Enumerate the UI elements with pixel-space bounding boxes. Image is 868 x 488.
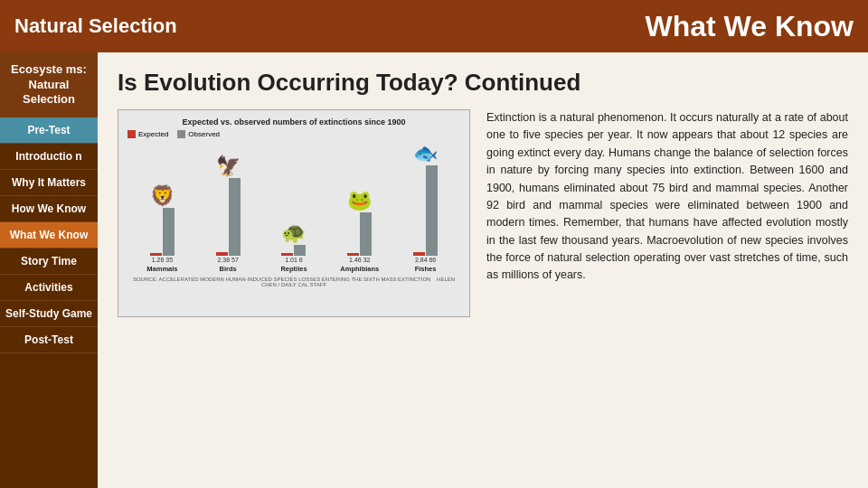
extinction-chart: Expected vs. observed numbers of extinct… — [118, 109, 470, 317]
bar-values: 2.84 66 — [415, 257, 436, 263]
animal-icon-amphibians: 🐸 — [347, 191, 372, 211]
sidebar-header-text: Ecosyste ms:NaturalSelection — [11, 62, 87, 108]
bars-row — [347, 212, 372, 256]
observed-bar — [294, 245, 306, 256]
sidebar-item-post-test[interactable]: Post-Test — [0, 327, 98, 353]
observed-bar — [229, 178, 241, 256]
bar-group-amphibians: 🐸1.46 32Amphibians — [328, 191, 391, 273]
sidebar-header: Ecosyste ms:NaturalSelection — [0, 52, 98, 117]
sidebar-item-what-we-know[interactable]: What We Know — [0, 222, 98, 249]
chart-legend: Expected Observed — [127, 130, 460, 138]
sidebar-item-pre-test[interactable]: Pre-Test — [0, 117, 98, 144]
animal-icon-mammals: 🦁 — [150, 186, 175, 206]
bars-row — [150, 208, 175, 256]
header-title: Natural Selection — [14, 14, 177, 38]
sidebar-item-activities[interactable]: Activities — [0, 275, 98, 301]
chart-source: SOURCE: ACCELERATED MODERN HUMAN-INDUCED… — [127, 277, 460, 287]
expected-bar — [413, 252, 425, 256]
bar-label: Fishes — [415, 265, 437, 273]
body-text: Extinction is a natural phenomenon. It o… — [486, 109, 848, 285]
content-body: Expected vs. observed numbers of extinct… — [118, 109, 848, 317]
expected-bar — [281, 253, 293, 256]
expected-bar — [150, 253, 162, 256]
bar-label: Mammals — [146, 265, 177, 273]
bar-group-birds: 🦅2.38 57Birds — [197, 156, 259, 273]
legend-expected: Expected — [127, 130, 168, 138]
sidebar-item-why-it-matters[interactable]: Why It Matters — [0, 170, 98, 196]
header: Natural Selection What We Know — [0, 0, 868, 52]
main-layout: Ecosyste ms:NaturalSelection Pre-TestInt… — [0, 52, 868, 488]
legend-observed-label: Observed — [188, 130, 220, 138]
legend-expected-label: Expected — [138, 130, 168, 138]
bars-row — [413, 165, 438, 256]
bar-values: 1.26 35 — [152, 257, 173, 263]
animal-icon-reptiles: 🐢 — [281, 223, 306, 243]
bars-area: 🦁1.26 35Mammals🦅2.38 57Birds🐢1.01 8Repti… — [127, 142, 460, 273]
sidebar-item-introduction[interactable]: Introductio n — [0, 144, 98, 170]
animal-icon-birds: 🦅 — [216, 156, 241, 176]
sidebar: Ecosyste ms:NaturalSelection Pre-TestInt… — [0, 52, 98, 488]
legend-expected-box — [127, 130, 136, 138]
bar-label: Birds — [220, 265, 237, 273]
expected-bar — [347, 253, 359, 256]
observed-bar — [426, 165, 438, 256]
legend-observed: Observed — [177, 130, 220, 138]
header-subtitle: What We Know — [646, 10, 854, 43]
sidebar-item-how-we-know[interactable]: How We Know — [0, 196, 98, 222]
bar-group-reptiles: 🐢1.01 8Reptiles — [263, 223, 326, 273]
bar-group-fishes: 🐟2.84 66Fishes — [394, 144, 457, 273]
bar-values: 1.01 8 — [285, 257, 302, 263]
bar-label: Amphibians — [340, 265, 379, 273]
bars-container: 🦁1.26 35Mammals🦅2.38 57Birds🐢1.01 8Repti… — [127, 142, 460, 273]
bar-values: 2.38 57 — [218, 257, 239, 263]
bar-values: 1.46 32 — [349, 257, 370, 263]
chart-area: Expected vs. observed numbers of extinct… — [118, 109, 470, 317]
observed-bar — [360, 212, 372, 256]
bars-row — [281, 245, 306, 256]
observed-bar — [163, 208, 175, 256]
chart-title: Expected vs. observed numbers of extinct… — [127, 117, 460, 127]
animal-icon-fishes: 🐟 — [413, 144, 438, 164]
expected-bar — [216, 252, 228, 256]
page-title: Is Evolution Occurring Today? Continued — [118, 69, 848, 97]
sidebar-item-story-time[interactable]: Story Time — [0, 249, 98, 275]
bar-label: Reptiles — [280, 265, 307, 273]
bar-group-mammals: 🦁1.26 35Mammals — [131, 186, 193, 273]
bars-row — [216, 178, 241, 256]
content-area: Is Evolution Occurring Today? Continued … — [98, 52, 868, 488]
sidebar-item-self-study[interactable]: Self-Study Game — [0, 301, 98, 327]
legend-observed-box — [177, 130, 185, 138]
